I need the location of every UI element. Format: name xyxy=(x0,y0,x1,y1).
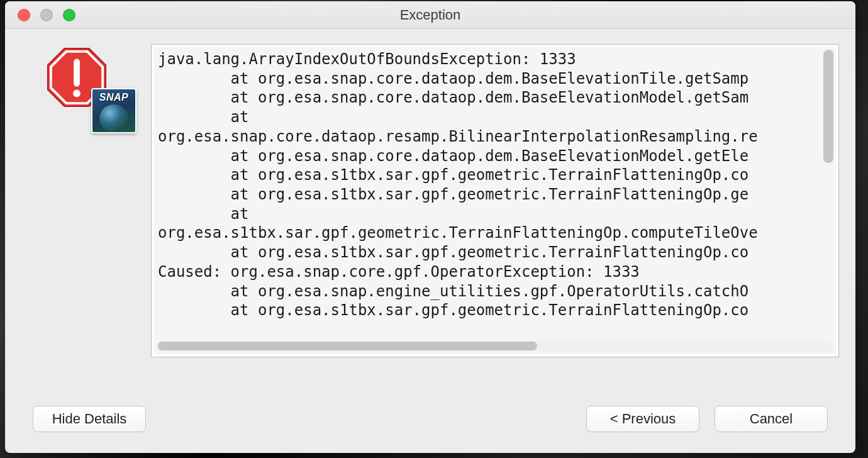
stacktrace-scroll[interactable]: java.lang.ArrayIndexOutOfBoundsException… xyxy=(154,47,836,354)
close-window-button[interactable] xyxy=(18,9,30,21)
horizontal-scrollbar-thumb[interactable] xyxy=(158,342,537,350)
cancel-button[interactable]: Cancel xyxy=(715,406,828,432)
icon-area: SNAP xyxy=(30,44,137,390)
snap-globe-icon xyxy=(99,104,128,132)
vertical-scrollbar-thumb[interactable] xyxy=(823,50,833,163)
snap-app-icon: SNAP xyxy=(91,88,136,133)
previous-button[interactable]: < Previous xyxy=(586,406,699,432)
window-title: Exception xyxy=(5,7,855,23)
stacktrace-container: java.lang.ArrayIndexOutOfBoundsException… xyxy=(151,44,839,390)
minimize-window-button[interactable] xyxy=(40,9,53,21)
titlebar: Exception xyxy=(5,1,855,29)
stacktrace-text[interactable]: java.lang.ArrayIndexOutOfBoundsException… xyxy=(154,47,836,339)
hide-details-button[interactable]: Hide Details xyxy=(33,406,146,432)
stacktrace-frame: java.lang.ArrayIndexOutOfBoundsException… xyxy=(151,44,839,357)
zoom-window-button[interactable] xyxy=(63,9,75,21)
dialog-content: SNAP java.lang.ArrayIndexOutOfBoundsExce… xyxy=(5,29,855,396)
svg-point-2 xyxy=(73,90,81,98)
error-icon-wrap: SNAP xyxy=(46,47,121,122)
button-bar: Hide Details < Previous Cancel xyxy=(5,396,855,453)
snap-badge-label: SNAP xyxy=(99,92,128,103)
window-controls xyxy=(5,9,75,21)
horizontal-scrollbar-track xyxy=(157,340,833,352)
exception-dialog: Exception SNAP xyxy=(5,1,855,453)
